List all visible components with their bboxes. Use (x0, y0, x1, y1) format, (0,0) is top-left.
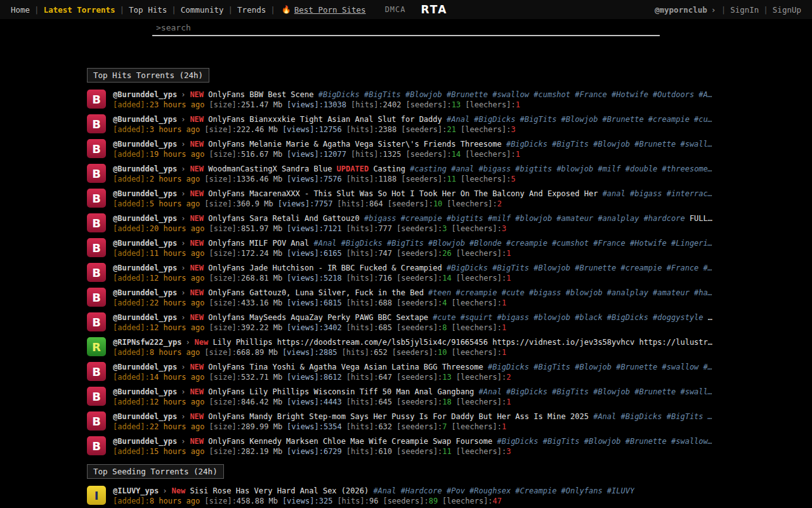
torrent-title[interactable]: OnlyFans MacarenaXXX - This Slut Was So … (208, 189, 602, 198)
torrent-title[interactable]: Lily Phillips https://doodstream.com/e/l… (213, 338, 712, 347)
torrent-title[interactable]: OnlyFans Mandy Bright Step-mom Says Her … (208, 412, 593, 421)
torrent-row: B@Burunddel_yps›NEW Onlyfans Sara Retali… (87, 213, 726, 234)
hashtags[interactable]: #BigDicks #BigTits #Blowjob #Brunette #s… (488, 363, 712, 371)
stat-hits-label: [hits]: (337, 497, 369, 505)
stat-hits-label: [hits]: (346, 224, 379, 233)
username-link[interactable]: @Burunddel_yps (113, 437, 177, 446)
hashtags[interactable]: #teen #creampie #cute #bigass #blowjob #… (428, 288, 712, 297)
torrent-title[interactable]: Casting (369, 164, 410, 173)
username-link[interactable]: @Burunddel_yps (113, 412, 177, 421)
nav-item-trends[interactable]: Trends (233, 5, 270, 15)
stat-added: [added]:22 hours ago (113, 422, 205, 431)
search-bar (0, 20, 812, 36)
hashtags[interactable]: #BigDicks #BigTits #Blowjob #Brunette #s… (506, 140, 712, 149)
torrent-title[interactable]: OnlyFans Melanie Marie & Agatha Vega Sis… (208, 140, 506, 149)
torrent-title[interactable]: OnlyFans Gattouz0, Luna Silver, Fuck in … (208, 288, 428, 297)
torrent-title[interactable]: OnlyFans Lily Phillips Wisconsin Tiff 50… (208, 387, 478, 396)
hashtags[interactable]: #Anal #BigDicks #BigTits #Blowjob #Brune… (479, 387, 712, 396)
user-avatar[interactable]: I (87, 486, 106, 505)
top-nav-bar: Home|Latest Torrents|Top Hits|Community|… (0, 0, 812, 19)
torrent-title[interactable]: FULL… (685, 214, 712, 223)
username-link[interactable]: @Burunddel_yps (113, 90, 177, 99)
stat-views-label: [views]: (282, 125, 319, 134)
best-porn-sites-link[interactable]: 🔥Best Porn Sites (282, 5, 366, 15)
dmca-link[interactable]: DMCA (385, 5, 406, 14)
username-link[interactable]: @Burunddel_yps (113, 214, 177, 223)
stat-seeders: [seeders]:14 (396, 274, 452, 283)
stat-leechers-value: 1 (506, 249, 511, 258)
hashtags[interactable]: #Anal #BigDicks #BigTits #Blowjob #Blond… (313, 239, 712, 248)
user-avatar[interactable]: B (87, 263, 106, 282)
hashtags[interactable]: #Anal #BigDicks #BigTits #Blowjob #Brune… (447, 115, 712, 124)
stat-hits-label: [hits]: (346, 298, 379, 307)
stat-seeders-label: [seeders]: (401, 175, 447, 184)
username-link[interactable]: @ILUVY_yps (113, 486, 159, 495)
new-badge: NEW (190, 164, 208, 173)
username-link[interactable]: @Burunddel_yps (113, 140, 177, 149)
user-avatar[interactable]: B (87, 288, 106, 307)
torrent-title[interactable]: Onlyfans Sara Retali And Gattouz0 (208, 214, 364, 223)
stat-added: [added]:19 hours ago (113, 150, 205, 159)
user-avatar[interactable]: B (87, 436, 106, 455)
username-link[interactable]: @Burunddel_yps (113, 239, 177, 248)
user-avatar[interactable]: B (87, 90, 106, 109)
torrent-title[interactable]: OnlyFans Kennedy Marksen Chloe Mae Wife … (208, 437, 497, 446)
hashtags[interactable]: #cute #squirt #bigass #blowjob #black #B… (433, 313, 707, 322)
torrent-title[interactable]: OnlyFans Jade Hutchison - IR BBC Fucked … (208, 264, 447, 272)
user-avatar[interactable]: R (87, 337, 106, 356)
username-link[interactable]: @Burunddel_yps (113, 387, 177, 396)
stat-added: [added]:2 hours ago (113, 175, 200, 184)
user-avatar[interactable]: B (87, 387, 106, 406)
nav-item-community[interactable]: Community (176, 5, 228, 15)
stat-views: [views]:4443 (287, 398, 342, 406)
torrent-title[interactable]: Onlyfans MaySeeds AquaZay Perky PAWG BBC… (208, 313, 433, 322)
stat-seeders: [seeders]:7 (396, 422, 447, 431)
hashtags[interactable]: #BigDicks #BigTits #Blowjob #Brunette #s… (497, 437, 712, 446)
stat-size-label: [size]: (209, 447, 242, 456)
hashtags[interactable]: #Anal #BigDicks #BigTits … (593, 412, 712, 421)
signin-link[interactable]: SignIn (726, 5, 763, 15)
user-avatar[interactable]: B (87, 114, 106, 133)
torrent-title[interactable]: Sisi Rose Has Very Hard Anal Sex (2026) (190, 486, 373, 495)
site-name-link[interactable]: @mypornclub (655, 5, 707, 15)
signup-link[interactable]: SignUp (768, 5, 806, 15)
user-avatar[interactable]: B (87, 164, 106, 183)
hashtags[interactable]: #bigass #creampie #bigtits #milf #blowjo… (364, 214, 685, 223)
new-badge: New (171, 486, 190, 495)
username-link[interactable]: @Burunddel_yps (113, 363, 177, 371)
username-link[interactable]: @Burunddel_yps (113, 164, 177, 173)
username-link[interactable]: @Burunddel_yps (113, 189, 177, 198)
hashtags[interactable]: #BigDicks #BigTits #Blowjob #Brunette #c… (447, 264, 712, 272)
user-avatar[interactable]: B (87, 362, 106, 381)
user-avatar[interactable]: B (87, 411, 106, 431)
user-avatar[interactable]: B (87, 238, 106, 257)
stat-added: [added]:8 hours ago (113, 348, 200, 357)
username-link[interactable]: @Burunddel_yps (113, 264, 177, 272)
search-input[interactable] (152, 20, 660, 36)
hashtags[interactable]: #Anal #Hardcore #Pov #Roughsex #Creampie… (373, 486, 634, 495)
nav-item-top-hits[interactable]: Top Hits (124, 5, 171, 15)
username-link[interactable]: @Burunddel_yps (113, 115, 177, 124)
stat-leechers-label: [leechers]: (456, 398, 506, 406)
hashtags[interactable]: #BigDicks #BigTits #Blowjob #Brunette #s… (318, 90, 712, 99)
torrent-title[interactable]: WoodmanCastingX Sandra Blue (208, 164, 336, 173)
username-link[interactable]: @RIPNsfw222_yps (113, 338, 181, 347)
username-link[interactable]: @Burunddel_yps (113, 288, 177, 297)
nav-item-home[interactable]: Home (6, 5, 34, 15)
nav-item-latest-torrents[interactable]: Latest Torrents (39, 5, 120, 15)
torrent-title[interactable]: … (708, 313, 712, 322)
user-avatar[interactable]: B (87, 139, 106, 158)
stat-seeders-value: 8 (442, 323, 447, 332)
torrent-title[interactable]: OnlyFans Bianxxxkie Tight Asian Anal Slu… (208, 115, 447, 124)
torrent-title[interactable]: OnlyFans BBW Best Scene (208, 90, 318, 99)
hashtags[interactable]: #anal #bigass #interrac… (603, 189, 712, 198)
torrent-title[interactable]: OnlyFans Tina Yoshi & Agatha Vega Asian … (208, 363, 488, 371)
hashtags[interactable]: #casting #anal #bigass #bigtits #blowjob… (410, 164, 712, 173)
user-avatar[interactable]: B (87, 312, 106, 331)
stat-views: [views]:6165 (287, 249, 342, 258)
torrent-title[interactable]: Onlyfans MILF POV Anal (208, 239, 313, 248)
username-link[interactable]: @Burunddel_yps (113, 313, 177, 322)
user-avatar[interactable]: B (87, 213, 106, 232)
user-avatar[interactable]: B (87, 189, 106, 208)
stat-views-label: [views]: (287, 150, 324, 159)
